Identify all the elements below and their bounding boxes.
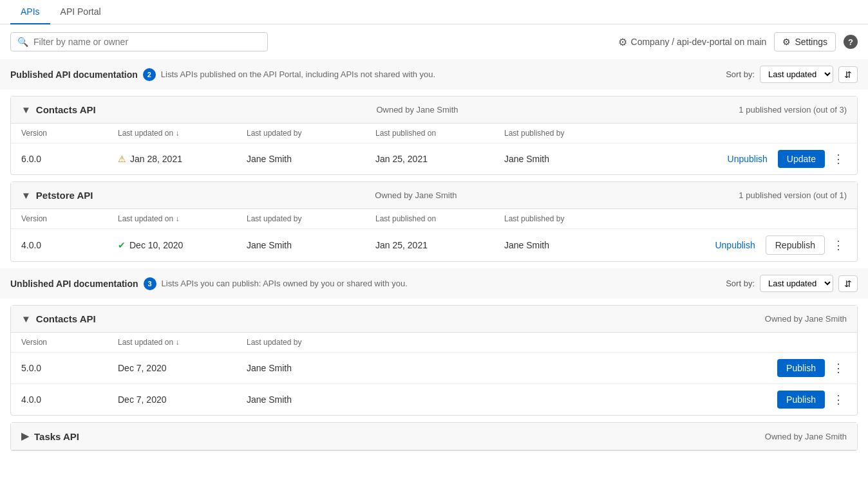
contacts-api-unpublished-v4-publish-button[interactable]: Publish — [777, 391, 825, 409]
petstore-api-published-title: ▼ Petstore API — [21, 190, 93, 201]
contacts-api-v6-unpublish-button[interactable]: Unpublish — [722, 151, 773, 167]
unpublished-title-text: Unblished API documentation — [10, 279, 138, 289]
repo-link: ⚙ Company / api-dev-portal on main — [618, 36, 767, 48]
col-last-published-on: Last published on — [375, 129, 504, 138]
contacts-api-published-header: ▼ Contacts API Owned by Jane Smith 1 pub… — [11, 97, 857, 124]
petstore-api-published-name: Petstore API — [36, 190, 93, 201]
contacts-api-v6-more-button[interactable]: ⋮ — [830, 151, 847, 167]
contacts-api-v6-row: 6.0.0 ⚠ Jan 28, 2021 Jane Smith Jan 25, … — [11, 143, 857, 174]
contacts-api-v6-updated-on: ⚠ Jan 28, 2021 — [118, 154, 247, 164]
toolbar-right: ⚙ Company / api-dev-portal on main ⚙ Set… — [618, 32, 858, 51]
contacts-api-published-chevron[interactable]: ▼ — [21, 104, 31, 115]
petstore-api-published-chevron[interactable]: ▼ — [21, 190, 31, 201]
col-version: Version — [21, 129, 118, 138]
contacts-api-unpublished-v5-updated-by: Jane Smith — [247, 363, 375, 373]
contacts-api-unpublished-v4-more-button[interactable]: ⋮ — [830, 391, 847, 408]
petstore-api-published-columns: Version Last updated on ↓ Last updated b… — [11, 209, 857, 229]
petstore-api-published-card: ▼ Petstore API Owned by Jane Smith 1 pub… — [10, 181, 858, 262]
col-last-updated-on-u: Last updated on ↓ — [118, 338, 247, 347]
contacts-api-unpublished-owner: Owned by Jane Smith — [765, 314, 847, 324]
petstore-api-v4-updated-by: Jane Smith — [247, 240, 375, 250]
contacts-api-unpublished-v4-updated-on: Dec 7, 2020 — [118, 394, 247, 405]
contacts-api-v6-updated-by: Jane Smith — [247, 154, 375, 164]
contacts-api-unpublished-v4-version: 4.0.0 — [21, 394, 118, 405]
unpublished-description: Lists APIs you can publish: APIs owned b… — [162, 279, 408, 288]
col-version-p: Version — [21, 214, 118, 223]
contacts-api-unpublished-v4-actions: Publish ⋮ — [375, 391, 847, 409]
col-last-updated-by-u: Last updated by — [247, 338, 375, 347]
contacts-api-unpublished-versions-table: Version Last updated on ↓ Last updated b… — [11, 333, 857, 415]
petstore-api-v4-updated-date: Dec 10, 2020 — [129, 240, 183, 250]
petstore-api-published-versions-table: Version Last updated on ↓ Last updated b… — [11, 209, 857, 261]
petstore-api-v4-updated-on: ✔ Dec 10, 2020 — [118, 240, 247, 250]
contacts-api-v6-update-button[interactable]: Update — [778, 150, 825, 168]
col-last-published-by-p: Last published by — [504, 214, 633, 223]
contacts-api-unpublished-v4-updated-by: Jane Smith — [247, 394, 375, 405]
published-sort-select[interactable]: Last updated Name Owner — [760, 66, 833, 83]
tab-api-portal[interactable]: API Portal — [50, 0, 111, 24]
tasks-api-unpublished-chevron[interactable]: ▶ — [21, 430, 29, 442]
contacts-api-unpublished-v5-publish-button[interactable]: Publish — [777, 359, 825, 377]
contacts-api-published-name: Contacts API — [36, 104, 96, 115]
contacts-api-v6-actions: Unpublish Update ⋮ — [633, 150, 847, 168]
contacts-api-unpublished-v5-updated-on: Dec 7, 2020 — [118, 363, 247, 373]
petstore-api-v4-unpublish-button[interactable]: Unpublish — [710, 237, 760, 253]
contacts-api-v6-published-on: Jan 25, 2021 — [375, 154, 504, 164]
unpublished-sort-select[interactable]: Last updated Name Owner — [760, 275, 833, 292]
contacts-api-unpublished-header: ▼ Contacts API Owned by Jane Smith — [11, 306, 857, 333]
tab-apis[interactable]: APIs — [10, 0, 50, 24]
repo-label: Company / api-dev-portal on main — [631, 37, 767, 47]
contacts-api-v6-version: 6.0.0 — [21, 154, 118, 164]
tasks-api-unpublished-header: ▶ Tasks API Owned by Jane Smith — [11, 423, 857, 450]
petstore-api-v4-republish-button[interactable]: Republish — [766, 235, 825, 255]
tasks-api-unpublished-owner: Owned by Jane Smith — [765, 432, 847, 441]
settings-label: Settings — [795, 37, 827, 47]
petstore-api-v4-actions: Unpublish Republish ⋮ — [633, 235, 847, 255]
unpublished-sort-controls: Sort by: Last updated Name Owner ⇵ — [726, 275, 858, 292]
success-icon: ✔ — [118, 240, 126, 250]
gear-icon: ⚙ — [782, 37, 791, 47]
help-button[interactable]: ? — [844, 35, 858, 49]
search-input[interactable] — [33, 37, 261, 47]
petstore-api-v4-more-button[interactable]: ⋮ — [830, 237, 847, 254]
toolbar: 🔍 ⚙ Company / api-dev-portal on main ⚙ S… — [0, 24, 868, 59]
contacts-api-unpublished-name: Contacts API — [36, 313, 96, 324]
search-icon: 🔍 — [17, 37, 28, 47]
tasks-api-unpublished-card: ▶ Tasks API Owned by Jane Smith — [10, 422, 858, 451]
search-box: 🔍 — [10, 32, 268, 51]
contacts-api-unpublished-v5-row: 5.0.0 Dec 7, 2020 Jane Smith Publish ⋮ — [11, 353, 857, 384]
petstore-api-published-owner: Owned by Jane Smith — [375, 190, 457, 200]
github-icon: ⚙ — [618, 36, 627, 48]
petstore-api-published-header: ▼ Petstore API Owned by Jane Smith 1 pub… — [11, 182, 857, 209]
petstore-api-published-versions-summary: 1 published version (out of 1) — [739, 190, 847, 200]
published-section-header: Published API documentation 2 Lists APIs… — [0, 59, 868, 89]
petstore-api-v4-version: 4.0.0 — [21, 240, 118, 250]
contacts-api-published-title: ▼ Contacts API — [21, 104, 96, 115]
published-title-text: Published API documentation — [10, 69, 138, 80]
col-last-updated-on-p: Last updated on ↓ — [118, 214, 247, 223]
published-sort-label: Sort by: — [726, 69, 755, 79]
warning-icon: ⚠ — [118, 154, 126, 164]
contacts-api-unpublished-v5-more-button[interactable]: ⋮ — [830, 360, 847, 376]
unpublished-sort-direction-button[interactable]: ⇵ — [838, 275, 858, 292]
contacts-api-unpublished-v5-actions: Publish ⋮ — [375, 359, 847, 377]
col-last-updated-by: Last updated by — [247, 129, 375, 138]
contacts-api-v6-updated-date: Jan 28, 2021 — [130, 154, 182, 164]
unpublished-badge: 3 — [144, 277, 156, 290]
col-last-published-by: Last published by — [504, 129, 633, 138]
contacts-api-unpublished-v4-row: 4.0.0 Dec 7, 2020 Jane Smith Publish ⋮ — [11, 384, 857, 415]
settings-button[interactable]: ⚙ Settings — [774, 32, 836, 51]
published-sort-direction-button[interactable]: ⇵ — [838, 66, 858, 83]
contacts-api-unpublished-chevron[interactable]: ▼ — [21, 313, 31, 324]
col-actions-p — [633, 214, 847, 223]
unpublished-section-title: Unblished API documentation 3 Lists APIs… — [10, 277, 408, 290]
contacts-api-unpublished-columns: Version Last updated on ↓ Last updated b… — [11, 333, 857, 353]
contacts-api-published-versions-summary: 1 published version (out of 3) — [739, 105, 847, 115]
petstore-api-v4-published-on: Jan 25, 2021 — [375, 240, 504, 250]
col-actions — [633, 129, 847, 138]
petstore-api-v4-published-by: Jane Smith — [504, 240, 633, 250]
col-last-updated-by-p: Last updated by — [247, 214, 375, 223]
contacts-api-published-owner: Owned by Jane Smith — [376, 105, 458, 115]
unpublished-section-header: Unblished API documentation 3 Lists APIs… — [0, 268, 868, 299]
col-last-updated-on: Last updated on ↓ — [118, 129, 247, 138]
